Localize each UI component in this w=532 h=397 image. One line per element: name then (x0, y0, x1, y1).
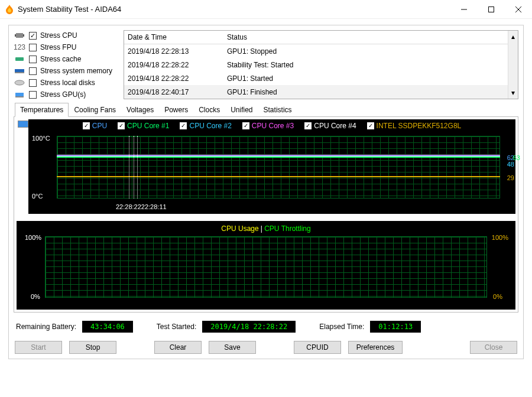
legend-label: CPU Core #4 (314, 122, 356, 130)
svg-rect-12 (15, 93, 24, 96)
svg-rect-13 (15, 96, 24, 97)
readout-value: 29 (507, 174, 514, 181)
svg-text:123: 123 (14, 44, 25, 51)
log-row[interactable]: 2019/4/18 22:28:13 GPU1: Stopped (124, 44, 508, 58)
usage-legend-cpu: CPU Usage (221, 224, 258, 233)
status-bar: Remaining Battery: 43:34:06 Test Started… (14, 313, 518, 339)
stress-option-cpu[interactable]: Stress CPU (14, 31, 120, 40)
checkbox[interactable] (29, 56, 37, 63)
sensor-item[interactable] (18, 121, 28, 128)
down-arrow-icon[interactable]: ▾ (511, 89, 515, 97)
legend-checkbox[interactable] (83, 122, 90, 129)
event-log: Date & Time Status 2019/4/18 22:28:13 GP… (124, 30, 518, 99)
legend-item[interactable]: CPU Core #1 (118, 122, 169, 130)
tab-strip: TemperaturesCooling FansVoltagesPowersCl… (15, 103, 518, 117)
log-status: Stability Test: Started (227, 61, 294, 69)
legend-checkbox[interactable] (304, 122, 312, 129)
log-datetime: 2019/4/18 22:28:22 (128, 61, 227, 69)
y-bot-label: 0°C (32, 193, 43, 200)
clear-button[interactable]: Clear (154, 341, 202, 354)
maximize-button[interactable] (478, 1, 505, 18)
svg-rect-4 (16, 33, 23, 38)
log-row[interactable]: 2019/4/18 22:40:17 GPU1: Finished (124, 85, 508, 99)
log-status: GPU1: Stopped (227, 47, 277, 56)
start-button[interactable]: Start (15, 341, 62, 354)
temperature-chart: CPU CPU Core #1 CPU Core #2 CPU Core #3 … (28, 119, 515, 214)
cpuid-button[interactable]: CPUID (294, 341, 341, 354)
stop-button[interactable]: Stop (69, 341, 116, 354)
stress-option-mem[interactable]: Stress system memory (14, 67, 120, 75)
checkbox[interactable] (29, 91, 37, 99)
tab-voltages[interactable]: Voltages (121, 103, 159, 117)
legend-label: CPU Core #3 (252, 122, 294, 130)
up-arrow-icon[interactable]: ▴ (511, 32, 515, 41)
svg-point-11 (15, 80, 24, 85)
usage-chart: CPU Usage | CPU Throttling 100% 0% 100% … (17, 221, 515, 310)
stress-option-fpu[interactable]: 123 Stress FPU (14, 43, 120, 51)
legend-label: CPU Core #2 (189, 122, 231, 130)
legend-item[interactable]: INTEL SSDPEKKF512G8L (367, 122, 462, 130)
elapsed-value: 01:12:13 (370, 321, 421, 333)
tab-unified[interactable]: Unified (225, 103, 258, 117)
cache-icon (14, 56, 25, 63)
legend-item[interactable]: CPU (83, 122, 107, 130)
stress-label: Stress CPU (40, 31, 77, 40)
battery-label: Remaining Battery: (16, 323, 76, 331)
checkbox[interactable] (29, 67, 37, 75)
sensor-list[interactable] (17, 119, 28, 214)
usage-yr-top: 100% (492, 234, 508, 241)
usage-legend-throt: CPU Throttling (264, 224, 310, 233)
log-status: GPU1: Started (227, 74, 273, 83)
tab-clocks[interactable]: Clocks (193, 103, 225, 117)
started-value: 2019/4/18 22:28:22 (202, 321, 296, 333)
cpu-icon (14, 32, 25, 39)
stress-option-cache[interactable]: Stress cache (14, 55, 120, 63)
close-button[interactable] (505, 1, 532, 18)
stress-option-gpu[interactable]: Stress GPU(s) (14, 90, 120, 99)
tab-temperatures[interactable]: Temperatures (15, 103, 69, 117)
legend-checkbox[interactable] (367, 122, 374, 129)
legend-item[interactable]: CPU Core #4 (304, 122, 356, 130)
usage-yl-bot: 0% (31, 293, 40, 300)
window-title: System Stability Test - AIDA64 (18, 5, 121, 14)
svg-rect-10 (15, 72, 24, 73)
legend-checkbox[interactable] (118, 122, 125, 129)
svg-rect-9 (15, 69, 24, 72)
disk-icon (14, 79, 25, 86)
legend-item[interactable]: CPU Core #3 (242, 122, 294, 130)
preferences-button[interactable]: Preferences (348, 341, 403, 354)
minimize-button[interactable] (450, 1, 478, 18)
tab-powers[interactable]: Powers (159, 103, 193, 117)
log-scrollbar[interactable]: ▴ ▾ (508, 31, 518, 99)
stress-options: Stress CPU123 Stress FPU Stress cache St… (14, 30, 120, 99)
legend-item[interactable]: CPU Core #2 (180, 122, 231, 130)
close-dialog-button[interactable]: Close (470, 341, 517, 354)
log-row[interactable]: 2019/4/18 22:28:22 GPU1: Started (124, 71, 508, 85)
log-datetime: 2019/4/18 22:40:17 (128, 88, 227, 96)
svg-rect-5 (15, 34, 16, 37)
checkbox[interactable] (29, 44, 37, 51)
stress-label: Stress cache (40, 55, 81, 63)
checkbox[interactable] (29, 32, 37, 40)
checkbox[interactable] (29, 79, 37, 87)
mem-icon (14, 67, 25, 74)
tab-cooling-fans[interactable]: Cooling Fans (69, 103, 121, 117)
legend-label: CPU Core #1 (127, 122, 169, 130)
started-label: Test Started: (157, 323, 196, 331)
usage-yl-top: 100% (25, 234, 41, 241)
svg-rect-8 (15, 57, 24, 61)
legend-checkbox[interactable] (242, 122, 249, 129)
tab-page: CPU CPU Core #1 CPU Core #2 CPU Core #3 … (14, 116, 518, 313)
log-row[interactable]: 2019/4/18 22:28:22 Stability Test: Start… (124, 58, 508, 71)
log-status: GPU1: Finished (227, 88, 277, 96)
save-button[interactable]: Save (209, 341, 256, 354)
main-frame: Stress CPU123 Stress FPU Stress cache St… (8, 25, 524, 359)
gpu-icon (14, 91, 25, 98)
legend-checkbox[interactable] (180, 122, 187, 129)
legend-label: INTEL SSDPEKKF512G8L (377, 122, 462, 130)
tab-statistics[interactable]: Statistics (258, 103, 297, 117)
stress-option-disk[interactable]: Stress local disks (14, 79, 120, 87)
log-header-status: Status (227, 33, 247, 41)
titlebar: System Stability Test - AIDA64 (0, 0, 532, 19)
usage-grid (45, 236, 487, 298)
